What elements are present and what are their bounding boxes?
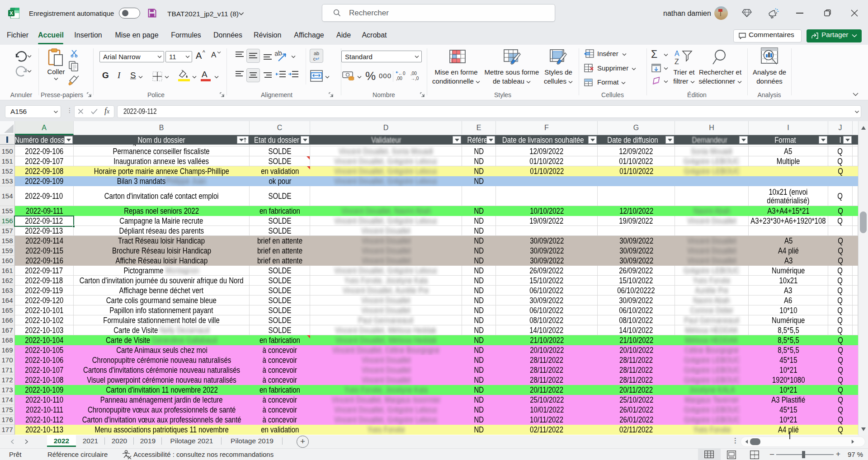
svg-text:A: A	[675, 50, 679, 57]
svg-text:X: X	[9, 10, 13, 16]
svg-text:Z: Z	[675, 58, 679, 66]
svg-text:←0: ←0	[398, 71, 406, 76]
svg-text:,00: ,00	[410, 71, 417, 76]
svg-text:,00: ,00	[396, 76, 402, 81]
svg-text:→,0: →,0	[410, 76, 419, 81]
